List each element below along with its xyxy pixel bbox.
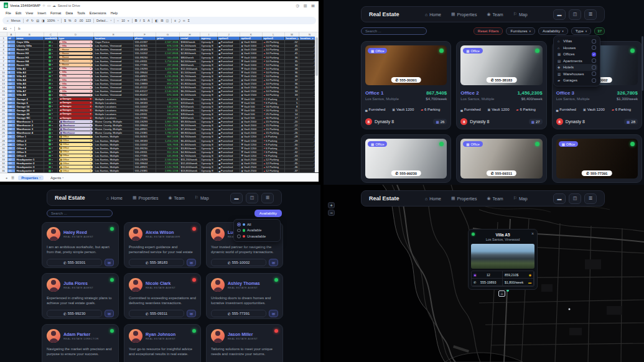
menus-label[interactable]: Menus bbox=[11, 19, 21, 22]
availability-filter-button[interactable]: Availability▾ bbox=[538, 27, 568, 35]
column-letter[interactable]: C bbox=[44, 32, 58, 37]
type-chip[interactable]: ▦ Office▾ bbox=[59, 158, 93, 161]
menu-format[interactable]: Format bbox=[50, 11, 61, 15]
agent-card[interactable]: Ashley Thomas REAL ESTATE AGENT Unlockin… bbox=[206, 273, 283, 319]
phone-pill[interactable]: ✆555-09311 bbox=[487, 170, 516, 176]
settings-button[interactable]: ☰ bbox=[584, 193, 597, 204]
type-option-offices[interactable]: ▦ Offices ✓ bbox=[556, 51, 597, 58]
checkbox[interactable]: ✓ bbox=[592, 52, 596, 57]
zoom-in-button[interactable]: + bbox=[328, 202, 335, 208]
radio-icon[interactable] bbox=[237, 223, 241, 226]
column-letter[interactable]: D bbox=[58, 32, 94, 37]
type-chip[interactable]: ⌂ Villa▾ bbox=[59, 40, 93, 44]
nav-home[interactable]: ⌂Home bbox=[106, 195, 123, 200]
name-box[interactable]: A1 bbox=[3, 27, 7, 30]
select-all-corner[interactable] bbox=[0, 32, 7, 37]
type-option-houses[interactable]: ⌂ Houses bbox=[556, 45, 597, 52]
message-button[interactable]: ✉ bbox=[187, 310, 196, 317]
availability-option-all[interactable]: All bbox=[237, 221, 277, 228]
message-button[interactable]: ✉ bbox=[105, 310, 114, 317]
font-size-increase[interactable]: + bbox=[128, 19, 129, 22]
nav-home[interactable]: ⌂Home bbox=[425, 196, 441, 201]
page-scrollbar[interactable] bbox=[642, 36, 643, 91]
phone-pill[interactable]: ✆555-38183 bbox=[487, 77, 517, 83]
nav-map[interactable]: ⚐Map bbox=[513, 196, 528, 201]
nav-properties[interactable]: ▦Properties bbox=[451, 196, 477, 201]
checkbox[interactable] bbox=[592, 45, 596, 50]
star-icon[interactable]: ☆ bbox=[42, 4, 45, 7]
radio-icon[interactable] bbox=[237, 234, 241, 238]
decrease-decimal-icon[interactable]: .0 bbox=[74, 19, 77, 22]
type-chip[interactable]: ▦ Office▾ bbox=[59, 165, 93, 169]
menu-edit[interactable]: Edit bbox=[16, 11, 21, 15]
type-chip[interactable]: ▰ Garages▾ bbox=[59, 105, 93, 108]
column-letter[interactable]: B bbox=[16, 32, 44, 37]
percent-icon[interactable]: % bbox=[68, 19, 71, 22]
search-menus-icon[interactable]: ⌕ bbox=[7, 19, 9, 23]
close-icon[interactable]: × bbox=[531, 231, 534, 236]
column-letter[interactable]: G bbox=[156, 32, 180, 37]
menu-help[interactable]: Help bbox=[111, 11, 118, 15]
type-chip[interactable]: ⌂ Villa▾ bbox=[59, 71, 93, 74]
phone-pill[interactable]: ✆555-99230 bbox=[391, 170, 421, 176]
checkbox[interactable] bbox=[592, 65, 596, 70]
message-button[interactable]: ✉ bbox=[105, 259, 114, 266]
type-chip[interactable]: ⌂ Villa▾ bbox=[59, 75, 93, 78]
type-chip[interactable]: ▦ Office▾ bbox=[59, 154, 93, 157]
tab-properties[interactable]: Properties▾ bbox=[18, 175, 44, 180]
nav-home[interactable]: ⌂Home bbox=[425, 12, 441, 17]
functions-icon[interactable]: Σ bbox=[188, 19, 190, 22]
nav-team[interactable]: ◉Team bbox=[487, 196, 503, 201]
type-option-hotels[interactable]: ◆ Hotels bbox=[556, 64, 597, 71]
garage-button[interactable]: ▬ bbox=[553, 9, 566, 20]
type-chip[interactable]: ▰ Garages▾ bbox=[59, 98, 93, 101]
type-chip[interactable]: ⌂ Villa▾ bbox=[59, 94, 93, 97]
checkbox[interactable] bbox=[592, 58, 596, 63]
type-chip[interactable]: ▦ Office▾ bbox=[59, 143, 93, 146]
popup-phone-cell[interactable]: ✆555-19893 bbox=[472, 279, 503, 286]
type-option-warehouses[interactable]: ▥ Warehouses bbox=[556, 71, 597, 78]
type-chip[interactable]: ▦ Office▾ bbox=[59, 162, 93, 165]
type-chip[interactable]: ⌂ House▾ bbox=[59, 60, 93, 63]
text-color-icon[interactable]: A bbox=[147, 19, 149, 22]
currency-icon[interactable]: $ bbox=[64, 19, 66, 22]
phone-pill[interactable]: ✆555-10002 bbox=[211, 259, 266, 266]
type-chip[interactable]: ▦ Office▾ bbox=[59, 151, 93, 154]
property-card[interactable]: ▦Office ✆555-38183 Office 21,456,230$ Lo… bbox=[456, 41, 546, 129]
availability-button[interactable]: Availability bbox=[254, 210, 282, 217]
column-letter[interactable]: E bbox=[94, 32, 134, 37]
type-chip[interactable]: ▦ Office▾ bbox=[59, 169, 93, 172]
type-chip[interactable]: ⌂ Villa▾ bbox=[59, 67, 93, 70]
font-select[interactable]: Defaul... bbox=[96, 19, 108, 22]
column-letter[interactable]: F bbox=[134, 32, 156, 37]
type-option-garages[interactable]: ▰ Garages bbox=[556, 77, 597, 84]
type-option-villas[interactable]: ⌂ Villas bbox=[556, 38, 597, 45]
nav-team[interactable]: ◉Team bbox=[487, 12, 503, 17]
strikethrough-icon[interactable]: S bbox=[143, 19, 145, 22]
phone-pill[interactable]: ✆555-09311 bbox=[129, 310, 184, 317]
column-letter[interactable]: M bbox=[285, 32, 299, 37]
agent-card[interactable]: Adam Parker REAL ESTATE DIRECTOR Navigat… bbox=[42, 324, 119, 362]
menu-insert[interactable]: Insert bbox=[37, 11, 46, 15]
type-chip[interactable]: ▥ Warehouse▾ bbox=[59, 131, 93, 134]
document-title[interactable]: Vesta.1546949MP bbox=[10, 4, 40, 7]
type-chip[interactable]: ⌂ Villa▾ bbox=[59, 44, 93, 47]
settings-button[interactable]: ☰ bbox=[261, 193, 274, 203]
type-option-apartments[interactable]: ▤ Apartments bbox=[556, 58, 597, 65]
column-letter[interactable]: K bbox=[240, 32, 263, 37]
nav-properties[interactable]: ▦Properties bbox=[133, 195, 159, 200]
property-card[interactable]: ▦Office ✆555-77391 bbox=[552, 134, 642, 183]
checkbox[interactable] bbox=[592, 39, 596, 44]
type-chip[interactable]: ⌂ Villa▾ bbox=[59, 86, 93, 89]
phone-pill[interactable]: ✆555-99230 bbox=[47, 310, 102, 317]
wrap-icon[interactable]: ⤸ bbox=[179, 19, 180, 23]
menu-tools[interactable]: Tools bbox=[77, 11, 85, 15]
bold-icon[interactable]: B bbox=[135, 19, 138, 22]
checkbox[interactable] bbox=[592, 72, 596, 76]
type-chip[interactable]: ▰ Garages▾ bbox=[59, 113, 93, 116]
type-chip[interactable]: ▦ Office▾ bbox=[59, 147, 93, 150]
menu-file[interactable]: File bbox=[6, 11, 11, 15]
type-chip[interactable]: ▥ Warehouse▾ bbox=[59, 124, 93, 127]
nav-map[interactable]: ⚐Map bbox=[513, 12, 528, 17]
type-chip[interactable]: ▰ Garages▾ bbox=[59, 109, 93, 112]
